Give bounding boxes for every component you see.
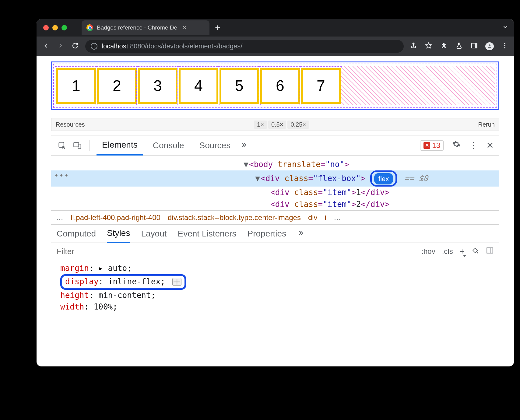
flex-badge[interactable]: flex bbox=[374, 173, 393, 184]
labs-icon[interactable] bbox=[455, 42, 463, 51]
profile-avatar-icon[interactable] bbox=[485, 42, 494, 50]
flex-free-space-icon bbox=[341, 66, 495, 105]
breadcrumb-overflow-left-icon[interactable]: … bbox=[56, 213, 63, 222]
dom-tree[interactable]: ▼<body translate="no"> ••• ▼<div class="… bbox=[51, 156, 499, 210]
css-declaration[interactable]: width: 100%; bbox=[60, 301, 490, 313]
error-counter[interactable]: ✕ 13 bbox=[420, 140, 444, 151]
css-declaration[interactable]: height: min-content; bbox=[60, 290, 490, 301]
dom-node[interactable]: <div class="item">2</div> bbox=[51, 198, 499, 210]
css-rules[interactable]: margin: ▸ auto; display: inline-flex; he… bbox=[51, 260, 499, 315]
back-button[interactable] bbox=[41, 42, 51, 51]
dom-node-selected[interactable]: ••• ▼<div class="flex-box"> flex == $0 bbox=[51, 170, 499, 187]
close-tab-icon[interactable]: × bbox=[181, 24, 188, 32]
dom-breadcrumb[interactable]: … ll.pad-left-400.pad-right-400 div.stac… bbox=[51, 210, 499, 224]
bookmark-star-icon[interactable] bbox=[424, 42, 433, 51]
subtab-layout[interactable]: Layout bbox=[141, 229, 167, 239]
demo-controls: Resources 1× 0.5× 0.25× Rerun bbox=[51, 118, 499, 131]
display-flex-highlight: display: inline-flex; bbox=[60, 274, 186, 290]
breadcrumb-item[interactable]: ll.pad-left-400.pad-right-400 bbox=[71, 213, 160, 222]
flex-item: 5 bbox=[220, 68, 259, 104]
tab-elements[interactable]: Elements bbox=[97, 135, 143, 156]
dom-node[interactable]: <div class="item">1</div> bbox=[51, 187, 499, 198]
rerun-button[interactable]: Rerun bbox=[478, 121, 495, 128]
toggle-cls-button[interactable]: .cls bbox=[442, 247, 453, 256]
svg-point-5 bbox=[504, 47, 505, 48]
tab-strip: Badges reference - Chrome De × + bbox=[37, 19, 514, 37]
forward-button[interactable] bbox=[56, 42, 65, 51]
settings-gear-icon[interactable] bbox=[452, 140, 461, 151]
styles-subtabs: Computed Styles Layout Event Listeners P… bbox=[51, 224, 499, 243]
styles-filter-input[interactable] bbox=[57, 247, 416, 256]
url-path: :8080/docs/devtools/elements/badges/ bbox=[128, 42, 242, 50]
error-x-icon: ✕ bbox=[423, 142, 430, 149]
inspect-element-icon[interactable] bbox=[57, 141, 68, 150]
flex-editor-icon[interactable] bbox=[172, 278, 181, 286]
flex-item: 3 bbox=[138, 68, 177, 104]
error-count: 13 bbox=[432, 141, 440, 150]
disclosure-triangle-icon[interactable]: ▼ bbox=[243, 159, 249, 170]
svg-point-3 bbox=[504, 43, 505, 44]
subtab-event-listeners[interactable]: Event Listeners bbox=[178, 229, 237, 239]
maximize-window-icon[interactable] bbox=[61, 25, 67, 30]
new-tab-button[interactable]: + bbox=[215, 23, 220, 32]
breadcrumb-overflow-right-icon[interactable]: … bbox=[334, 213, 341, 222]
flex-inner: 1 2 3 4 5 6 7 bbox=[53, 64, 497, 108]
zoom-option[interactable]: 0.5× bbox=[268, 121, 286, 129]
css-declaration-highlighted[interactable]: display: inline-flex; bbox=[60, 274, 490, 290]
disclosure-triangle-icon[interactable]: ▼ bbox=[255, 173, 261, 184]
devtools-menu-icon[interactable]: ⋮ bbox=[469, 140, 478, 150]
flex-container-highlight: 1 2 3 4 5 6 7 bbox=[51, 61, 499, 110]
styles-filter-row: :hov .cls + bbox=[51, 243, 499, 260]
traffic-lights bbox=[43, 25, 67, 30]
tabs-overflow-icon[interactable] bbox=[501, 24, 510, 31]
browser-window: Badges reference - Chrome De × + i local… bbox=[37, 19, 514, 366]
flex-item: 2 bbox=[97, 68, 137, 104]
tab-console[interactable]: Console bbox=[147, 135, 190, 156]
svg-point-2 bbox=[489, 44, 490, 46]
share-icon[interactable] bbox=[409, 42, 418, 51]
url-field[interactable]: i localhost:8080/docs/devtools/elements/… bbox=[85, 40, 404, 53]
browser-menu-icon[interactable] bbox=[501, 42, 509, 51]
svg-rect-1 bbox=[475, 43, 477, 48]
close-window-icon[interactable] bbox=[43, 25, 49, 30]
reload-button[interactable] bbox=[71, 42, 80, 51]
flex-badge-highlight: flex bbox=[370, 170, 397, 187]
subtab-styles[interactable]: Styles bbox=[107, 225, 130, 243]
flex-item: 4 bbox=[179, 68, 218, 104]
svg-point-4 bbox=[504, 45, 505, 46]
page-content: 1 2 3 4 5 6 7 Resources 1× 0.5× 0.25× Re… bbox=[37, 56, 514, 315]
more-tabs-icon[interactable] bbox=[240, 141, 247, 150]
address-bar: i localhost:8080/docs/devtools/elements/… bbox=[37, 37, 514, 56]
flex-item: 1 bbox=[56, 68, 96, 104]
zoom-option[interactable]: 0.25× bbox=[287, 121, 309, 129]
devtools-tabbar: Elements Console Sources ✕ 13 ⋮ ✕ bbox=[51, 135, 499, 156]
device-toolbar-icon[interactable] bbox=[72, 141, 83, 150]
breadcrumb-item[interactable]: div.stack.stack--block.type.center-image… bbox=[168, 213, 301, 222]
minimize-window-icon[interactable] bbox=[52, 25, 58, 30]
toggle-hov-button[interactable]: :hov bbox=[421, 247, 435, 256]
toggle-computed-pane-icon[interactable] bbox=[486, 247, 494, 256]
tab-sources[interactable]: Sources bbox=[194, 135, 236, 156]
browser-tab[interactable]: Badges reference - Chrome De × bbox=[82, 20, 209, 35]
flex-item: 7 bbox=[301, 68, 341, 104]
css-declaration[interactable]: margin: ▸ auto; bbox=[60, 263, 490, 274]
devtools-panel: Elements Console Sources ✕ 13 ⋮ ✕ ▼<bod bbox=[51, 135, 499, 315]
toolbar-icons bbox=[409, 42, 509, 51]
console-ref: == $0 bbox=[404, 174, 428, 183]
zoom-option[interactable]: 1× bbox=[254, 121, 267, 129]
new-style-rule-icon[interactable]: + bbox=[460, 247, 465, 256]
breadcrumb-item[interactable]: div bbox=[308, 213, 318, 222]
paint-bucket-icon[interactable] bbox=[471, 247, 479, 256]
overflow-dots-icon[interactable]: ••• bbox=[54, 170, 69, 181]
subtab-properties[interactable]: Properties bbox=[248, 229, 286, 239]
close-devtools-icon[interactable]: ✕ bbox=[486, 140, 494, 151]
breadcrumb-item[interactable]: i bbox=[325, 213, 326, 222]
svg-rect-9 bbox=[487, 248, 493, 253]
resources-link[interactable]: Resources bbox=[56, 121, 85, 128]
subtab-computed[interactable]: Computed bbox=[57, 229, 96, 239]
more-subtabs-icon[interactable] bbox=[297, 229, 304, 239]
site-info-icon[interactable]: i bbox=[91, 43, 97, 50]
side-panel-icon[interactable] bbox=[470, 42, 479, 51]
flex-item: 6 bbox=[260, 68, 300, 104]
extensions-icon[interactable] bbox=[440, 42, 448, 51]
